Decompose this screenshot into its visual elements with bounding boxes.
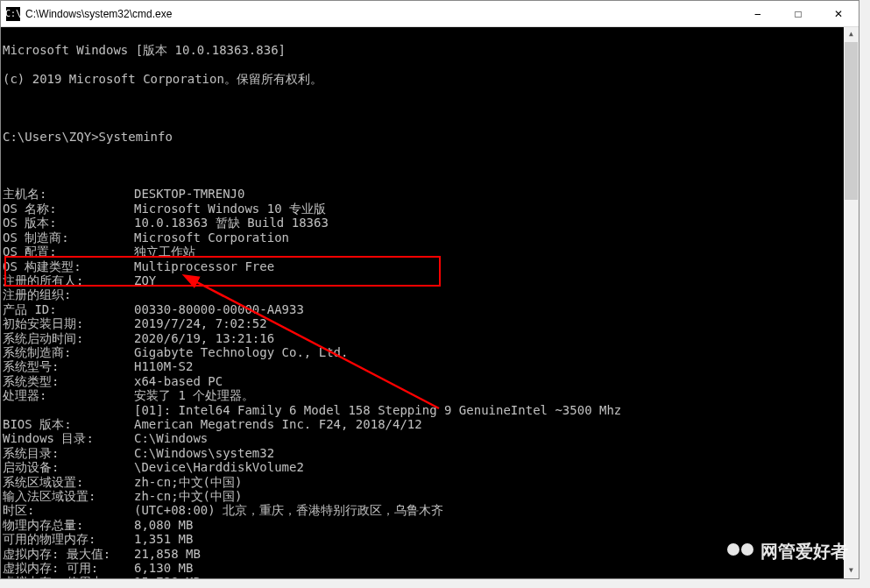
info-value: Multiprocessor Free (134, 259, 274, 273)
prompt-path: C:\Users\ZQY> (3, 130, 99, 144)
info-row: 系统制造商:Gigabyte Technology Co., Ltd. (3, 345, 859, 359)
info-row: 系统区域设置:zh-cn;中文(中国) (3, 475, 859, 489)
minimize-button[interactable]: ‒ (738, 1, 778, 26)
scrollbar[interactable]: ▲ ▼ (844, 27, 859, 578)
info-value: (UTC+08:00) 北京，重庆，香港特别行政区，乌鲁木齐 (134, 503, 443, 517)
info-value: zh-cn;中文(中国) (134, 475, 242, 489)
info-label: OS 名称: (3, 202, 134, 216)
info-row: 注册的组织: (3, 287, 859, 301)
prompt-line: C:\Users\ZQY>Systeminfo (3, 130, 859, 144)
header-line: (c) 2019 Microsoft Corporation。保留所有权利。 (3, 72, 859, 86)
info-row: 初始安装日期:2019/7/24, 7:02:52 (3, 316, 859, 330)
terminal-output[interactable]: Microsoft Windows [版本 10.0.18363.836] (c… (1, 27, 859, 578)
blank-line (3, 101, 859, 115)
info-row: OS 构建类型:Multiprocessor Free (3, 259, 859, 273)
info-value: American Megatrends Inc. F24, 2018/4/12 (134, 417, 422, 431)
info-label: 虚拟内存: 可用: (3, 561, 134, 575)
info-value: 2019/7/24, 7:02:52 (134, 316, 267, 330)
info-label: OS 构建类型: (3, 259, 134, 273)
scroll-down-button[interactable]: ▼ (844, 563, 859, 578)
watermark-text: 网管爱好者 (760, 544, 848, 558)
info-row: OS 制造商:Microsoft Corporation (3, 230, 859, 244)
info-value: 1,351 MB (134, 532, 193, 546)
info-row: 系统类型:x64-based PC (3, 374, 859, 388)
info-value: x64-based PC (134, 374, 223, 388)
info-row: 虚拟内存: 可用:6,130 MB (3, 561, 859, 575)
info-row: 启动设备:\Device\HarddiskVolume2 (3, 460, 859, 474)
info-value: C:\Windows (134, 431, 208, 445)
scroll-up-button[interactable]: ▲ (844, 27, 859, 42)
info-label: 虚拟内存: 最大值: (3, 547, 134, 561)
info-label: 输入法区域设置: (3, 489, 134, 503)
watermark: 网管爱好者 (727, 541, 848, 563)
cmd-window: C:\ C:\Windows\system32\cmd.exe ‒ □ ✕ Mi… (0, 0, 859, 579)
info-label: 物理内存总量: (3, 518, 134, 532)
info-row: BIOS 版本:American Megatrends Inc. F24, 20… (3, 417, 859, 431)
info-value: 00330-80000-00000-AA933 (134, 302, 304, 316)
info-row: 虚拟内存: 使用中:15,728 MB (3, 575, 859, 578)
info-label: 可用的物理内存: (3, 532, 134, 546)
info-label: 系统制造商: (3, 345, 134, 359)
info-value: 15,728 MB (134, 575, 201, 578)
info-label: 系统目录: (3, 446, 134, 460)
info-row: 系统型号:H110M-S2 (3, 359, 859, 373)
info-label: OS 制造商: (3, 230, 134, 244)
info-value: C:\Windows\system32 (134, 446, 274, 460)
info-label: BIOS 版本: (3, 417, 134, 431)
info-value: 10.0.18363 暂缺 Build 18363 (134, 216, 329, 230)
info-label: 产品 ID: (3, 302, 134, 316)
blank-line (3, 159, 859, 173)
info-value: zh-cn;中文(中国) (134, 489, 242, 503)
window-controls: ‒ □ ✕ (738, 1, 859, 26)
titlebar[interactable]: C:\ C:\Windows\system32\cmd.exe ‒ □ ✕ (1, 1, 859, 27)
info-label: 处理器: (3, 388, 134, 402)
info-row: 系统目录:C:\Windows\system32 (3, 446, 859, 460)
info-value: H110M-S2 (134, 359, 193, 373)
info-row: 输入法区域设置:zh-cn;中文(中国) (3, 489, 859, 503)
info-value: 21,858 MB (134, 547, 201, 561)
info-label: 系统启动时间: (3, 331, 134, 345)
info-value: 独立工作站 (134, 244, 195, 259)
info-label: 虚拟内存: 使用中: (3, 575, 134, 578)
info-label: 主机名: (3, 187, 134, 201)
info-value: 8,080 MB (134, 518, 193, 532)
info-value: Microsoft Windows 10 专业版 (134, 202, 326, 216)
info-row: Windows 目录:C:\Windows (3, 431, 859, 445)
info-row: 产品 ID:00330-80000-00000-AA933 (3, 302, 859, 316)
info-label: OS 配置: (3, 244, 134, 259)
info-label: 注册的所有人: (3, 273, 134, 287)
close-button[interactable]: ✕ (818, 1, 859, 26)
info-row: 时区:(UTC+08:00) 北京，重庆，香港特别行政区，乌鲁木齐 (3, 503, 859, 517)
info-row: 处理器:安装了 1 个处理器。 (3, 388, 859, 402)
header-line: Microsoft Windows [版本 10.0.18363.836] (3, 43, 859, 57)
window-title: C:\Windows\system32\cmd.exe (25, 8, 738, 20)
info-row: 主机名:DESKTOP-TMRENJ0 (3, 187, 859, 201)
info-label: OS 版本: (3, 216, 134, 230)
info-value: \Device\HarddiskVolume2 (134, 460, 304, 474)
info-value: [01]: Intel64 Family 6 Model 158 Steppin… (134, 403, 621, 417)
info-value: 6,130 MB (134, 561, 193, 575)
info-label: Windows 目录: (3, 431, 134, 445)
cmd-icon: C:\ (6, 7, 20, 21)
info-row: 系统启动时间:2020/6/19, 13:21:16 (3, 331, 859, 345)
info-label: 系统区域设置: (3, 475, 134, 489)
scroll-thumb[interactable] (845, 42, 858, 200)
info-row: [01]: Intel64 Family 6 Model 158 Steppin… (3, 403, 859, 417)
info-row: 物理内存总量:8,080 MB (3, 518, 859, 532)
info-row: OS 版本:10.0.18363 暂缺 Build 18363 (3, 216, 859, 230)
info-value: Gigabyte Technology Co., Ltd. (134, 345, 348, 359)
info-label: 初始安装日期: (3, 316, 134, 330)
info-label: 系统类型: (3, 374, 134, 388)
info-value: DESKTOP-TMRENJ0 (134, 187, 244, 201)
info-label: 时区: (3, 503, 134, 517)
info-value: 安装了 1 个处理器。 (134, 388, 254, 402)
prompt-command: Systeminfo (99, 130, 173, 144)
wechat-icon (727, 541, 753, 563)
info-row: 注册的所有人:ZQY (3, 273, 859, 287)
maximize-button[interactable]: □ (778, 1, 818, 26)
info-label: 注册的组织: (3, 287, 134, 301)
info-value: 2020/6/19, 13:21:16 (134, 331, 274, 345)
info-label: 启动设备: (3, 460, 134, 474)
info-value: ZQY (134, 273, 156, 287)
info-row: OS 配置:独立工作站 (3, 244, 859, 259)
